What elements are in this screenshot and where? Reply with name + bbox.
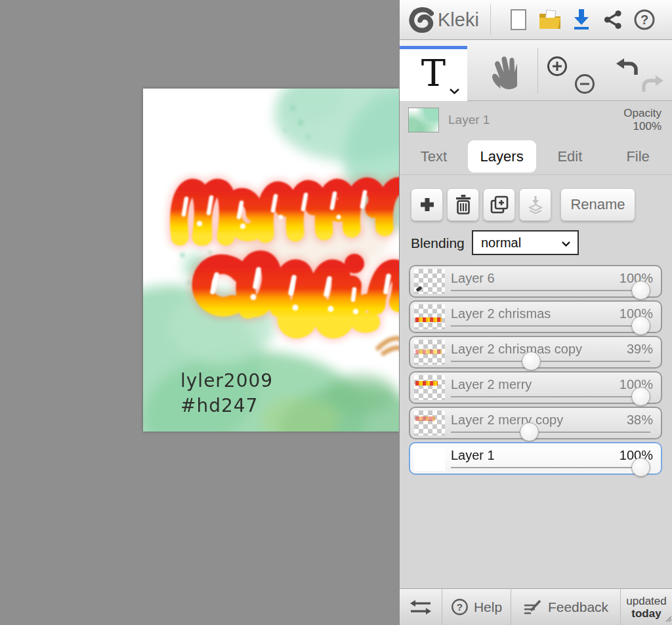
redo-button[interactable] (640, 74, 665, 96)
active-layer-name: Layer 1 (448, 113, 490, 127)
layer-thumbnail (414, 411, 445, 435)
layer-row[interactable]: Layer 2 merry 100% (409, 371, 662, 404)
feedback-link[interactable]: Feedback (511, 589, 620, 625)
layer-thumbnail (414, 304, 445, 329)
delete-layer-button[interactable] (447, 188, 479, 221)
zoom-out-button[interactable] (574, 73, 596, 98)
drawing-canvas[interactable]: lyler2009 #hd247 (143, 89, 399, 432)
save-download-button[interactable] (567, 4, 596, 35)
open-folder-icon (538, 9, 562, 30)
active-layer-preview: Layer 1 Opacity 100% (400, 101, 672, 139)
undo-icon (614, 57, 639, 77)
tab-file[interactable]: File (604, 139, 672, 174)
bottom-bar: ? Help Feedback updated today (400, 588, 672, 625)
app-logo-area: Kleki (400, 6, 490, 33)
opacity-readout: Opacity 100% (623, 107, 662, 133)
tab-edit[interactable]: Edit (536, 139, 604, 174)
layer-thumbnail (414, 446, 445, 471)
share-button[interactable] (598, 4, 627, 35)
opacity-slider-handle[interactable] (631, 316, 650, 335)
opacity-slider[interactable] (451, 396, 650, 397)
opacity-slider[interactable] (451, 361, 650, 362)
help-button[interactable]: ? (630, 4, 659, 35)
rename-button[interactable]: Rename (560, 188, 635, 221)
text-tool-button[interactable]: T (400, 46, 467, 101)
blending-row: Blending normal (411, 230, 660, 256)
layer-row[interactable]: Layer 2 merry copy 38% (409, 407, 662, 439)
resize-grip[interactable] (665, 613, 671, 624)
new-image-button[interactable] (504, 4, 533, 35)
chevron-down-icon (562, 241, 570, 247)
tool-row: T (400, 40, 672, 101)
add-layer-button[interactable] (411, 188, 443, 221)
layer-thumbnail (414, 340, 445, 365)
open-file-button[interactable] (536, 4, 564, 35)
help-link[interactable]: ? Help (442, 589, 511, 625)
opacity-slider-handle[interactable] (520, 422, 539, 441)
duplicate-icon (490, 195, 509, 214)
plus-icon (419, 197, 435, 212)
layer-row-selected[interactable]: Layer 1 100% (409, 442, 662, 475)
opacity-slider[interactable] (451, 432, 650, 433)
layer-row[interactable]: Layer 2 chrismas 100% (409, 300, 662, 333)
duplicate-layer-button[interactable] (483, 188, 515, 221)
download-icon (572, 8, 591, 31)
undo-button[interactable] (614, 57, 639, 79)
layer-thumbnail (414, 375, 445, 400)
merge-down-button[interactable] (519, 188, 551, 221)
app-title: Kleki (438, 9, 479, 31)
chevron-down-icon (450, 89, 459, 94)
new-image-icon (510, 9, 527, 31)
svg-text:?: ? (457, 601, 463, 613)
canvas-workspace: lyler2009 #hd247 (0, 0, 399, 625)
panel-tabs: Text Layers Edit File (400, 139, 672, 175)
zoom-out-icon (574, 73, 596, 95)
blending-select[interactable]: normal (472, 230, 579, 255)
layer-actions: Rename (411, 188, 635, 221)
side-panel: Kleki (399, 0, 672, 625)
layer-thumbnail (414, 269, 445, 294)
zoom-in-icon (546, 55, 568, 77)
opacity-slider[interactable] (451, 467, 650, 468)
signature-line2: #hd247 (180, 395, 258, 416)
help-icon: ? (633, 9, 656, 31)
blending-label: Blending (411, 235, 465, 251)
tab-text[interactable]: Text (400, 139, 468, 174)
merge-down-icon (526, 195, 545, 214)
hand-icon (487, 55, 517, 92)
text-tool-glyph: T (421, 55, 446, 92)
share-icon (603, 10, 623, 30)
signature-line1: lyler2009 (180, 370, 273, 392)
redo-icon (640, 74, 665, 94)
opacity-slider[interactable] (451, 290, 650, 291)
svg-text:?: ? (640, 12, 648, 27)
artwork: lyler2009 #hd247 (143, 89, 399, 432)
zoom-in-button[interactable] (546, 55, 568, 80)
tab-layers[interactable]: Layers (468, 140, 536, 172)
help-icon: ? (451, 598, 469, 616)
hand-tool-button[interactable] (467, 46, 537, 101)
opacity-slider-handle[interactable] (522, 352, 541, 371)
opacity-slider-handle[interactable] (631, 281, 650, 300)
swap-colors-button[interactable] (400, 589, 442, 625)
opacity-slider-handle[interactable] (631, 458, 650, 477)
active-layer-thumbnail[interactable] (408, 108, 439, 132)
trash-icon (455, 195, 472, 214)
blending-value: normal (481, 235, 521, 251)
kleki-logo-icon (408, 6, 435, 33)
top-bar: Kleki (400, 0, 672, 40)
opacity-slider-handle[interactable] (631, 387, 650, 406)
layer-row[interactable]: Layer 6 100% (409, 265, 662, 298)
layer-row[interactable]: Layer 2 chrismas copy 39% (409, 336, 662, 369)
feedback-pencil-icon (523, 599, 543, 616)
swap-arrows-icon (408, 598, 433, 616)
opacity-slider[interactable] (451, 325, 650, 327)
toolbar-separator (537, 48, 538, 94)
